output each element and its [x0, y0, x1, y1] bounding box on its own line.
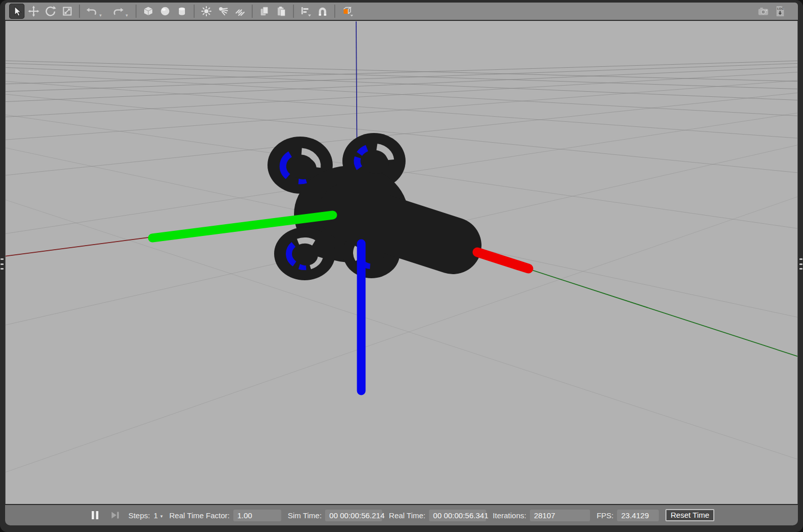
steps-spinner-caret[interactable]: ▾ — [160, 514, 163, 519]
select-arrow-button[interactable] — [9, 4, 24, 19]
sphere-shape-button[interactable] — [157, 4, 173, 19]
iterations-field[interactable]: 28107 — [530, 510, 590, 521]
cylinder-shape-button[interactable] — [174, 4, 190, 19]
align-icon — [299, 5, 312, 18]
ground-grid — [6, 61, 797, 474]
view-angle-button[interactable] — [339, 4, 355, 19]
select-arrow-icon — [11, 5, 23, 17]
iterations-label: Iterations: — [493, 511, 526, 520]
paste-icon — [275, 5, 287, 17]
sim-time-label: Sim Time: — [288, 511, 322, 520]
real-time-field[interactable]: 00 00:00:56.341 — [429, 510, 486, 521]
left-panel-splitter[interactable] — [1, 258, 4, 270]
iterations-group: Iterations: 28107 — [493, 510, 590, 521]
real-time-label: Real Time: — [389, 511, 425, 520]
steps-control: Steps: 1 ▾ — [128, 511, 163, 520]
copy-icon — [258, 5, 271, 17]
directional-light-button[interactable] — [232, 4, 248, 19]
real-time-factor-group: Real Time Factor: 1.00 — [169, 510, 281, 521]
toolbar-separator — [136, 5, 137, 18]
undo-button[interactable] — [84, 4, 99, 19]
camera-icon — [757, 5, 770, 18]
translate-icon — [28, 5, 40, 17]
main-toolbar: ▾ ▾ — [5, 3, 798, 20]
svg-text:LOG: LOG — [777, 7, 784, 10]
viewport-3d[interactable] — [5, 21, 798, 504]
box-icon — [142, 5, 154, 17]
align-button[interactable] — [298, 4, 313, 19]
pause-button[interactable] — [89, 509, 102, 521]
fps-group: FPS: 23.4129 — [597, 510, 659, 521]
paste-button[interactable] — [274, 4, 289, 19]
real-time-group: Real Time: 00 00:00:56.341 — [389, 510, 486, 521]
undo-icon — [86, 5, 98, 17]
fps-label: FPS: — [597, 511, 613, 520]
translate-button[interactable] — [26, 4, 41, 19]
toolbar-separator — [252, 5, 253, 18]
world-y-axis-line — [530, 270, 797, 358]
spot-light-icon — [217, 5, 229, 17]
spot-light-button[interactable] — [216, 4, 231, 19]
toolbar-separator — [334, 5, 335, 18]
point-light-icon — [200, 5, 212, 17]
snap-magnet-icon — [316, 5, 329, 17]
pause-icon — [91, 510, 100, 520]
sim-time-group: Sim Time: 00 00:00:56.214 — [288, 510, 383, 521]
scene-canvas — [6, 21, 797, 504]
redo-button[interactable] — [111, 4, 126, 19]
step-forward-icon — [110, 510, 120, 520]
view-angle-cube-icon — [340, 5, 354, 18]
toolbar-separator — [79, 5, 80, 18]
screenshot-button[interactable] — [756, 4, 771, 19]
point-light-button[interactable] — [199, 4, 214, 19]
reset-time-button[interactable]: Reset Time — [665, 509, 714, 522]
rotate-icon — [44, 5, 57, 17]
sim-time-field[interactable]: 00 00:00:56.214 — [325, 510, 382, 521]
fps-field[interactable]: 23.4129 — [617, 510, 659, 521]
snap-button[interactable] — [315, 4, 330, 19]
scale-icon — [61, 5, 73, 17]
step-button[interactable] — [109, 509, 122, 521]
directional-light-icon — [234, 5, 246, 17]
gazebo-window: ▾ ▾ — [0, 0, 803, 532]
redo-history-caret[interactable]: ▾ — [126, 13, 128, 18]
cylinder-icon — [176, 5, 188, 17]
sphere-icon — [159, 5, 171, 17]
steps-value[interactable]: 1 — [153, 511, 157, 520]
box-shape-button[interactable] — [141, 4, 156, 19]
scale-button[interactable] — [60, 4, 75, 19]
undo-history-caret[interactable]: ▾ — [99, 13, 102, 18]
x-axis-indicator — [477, 252, 528, 269]
redo-icon — [112, 5, 124, 17]
copy-button[interactable] — [257, 4, 272, 19]
real-time-factor-field[interactable]: 1.00 — [233, 510, 281, 521]
toolbar-separator — [293, 5, 294, 18]
log-record-button[interactable]: LOG — [772, 4, 788, 19]
world-axes — [6, 21, 797, 358]
real-time-factor-label: Real Time Factor: — [169, 511, 229, 520]
right-panel-splitter[interactable] — [799, 258, 802, 270]
toolbar-separator — [194, 5, 195, 18]
log-icon: LOG — [773, 5, 787, 18]
simulation-statusbar: Steps: 1 ▾ Real Time Factor: 1.00 Sim Ti… — [5, 505, 798, 525]
steps-label: Steps: — [128, 511, 150, 520]
rotate-button[interactable] — [43, 4, 58, 19]
